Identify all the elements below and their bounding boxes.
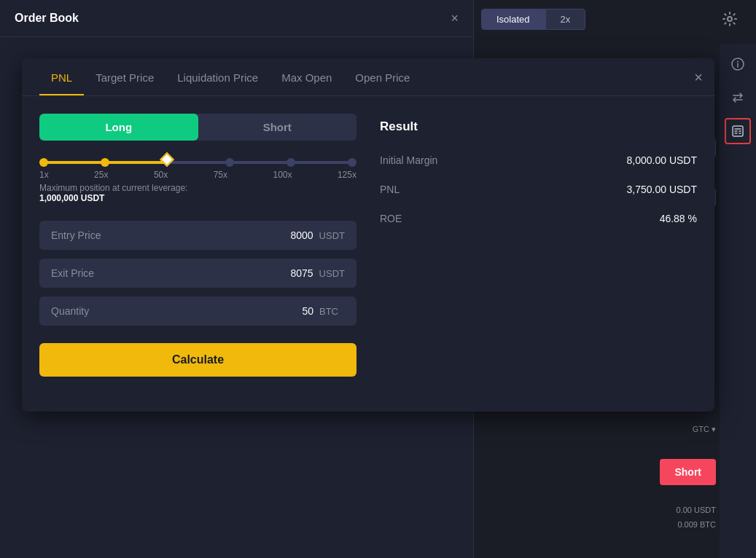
long-button[interactable]: Long [39,114,198,141]
calculator-modal: PNL Target Price Liquidation Price Max O… [22,58,714,412]
slider-dots [39,158,356,167]
entry-price-label: Entry Price [51,229,101,241]
slider-dot-75x [225,158,234,167]
quantity-value-area: BTC [262,305,345,317]
long-short-toggle: Long Short [39,114,356,141]
leverage-slider-container: 1x 25x 50x 75x 100x 125x Maximum positio… [39,161,356,203]
pnl-value: 3,750.00 USDT [627,184,698,195]
entry-price-input[interactable] [262,229,313,241]
entry-price-input-group: Entry Price USDT [39,221,356,250]
slider-dot-125x [348,158,356,167]
short-toggle-button[interactable]: Short [198,114,357,141]
label-100x: 100x [273,170,292,180]
isolated-button[interactable]: Isolated [481,9,545,30]
quantity-input-group: Quantity BTC [39,296,356,326]
max-position-value: 1,000,000 USDT [39,193,356,203]
calculator-right: Result Initial Margin 8,000.00 USDT PNL … [380,114,697,377]
svg-rect-4 [733,126,743,136]
svg-point-3 [737,61,739,63]
slider-dot-1x [39,158,48,167]
roe-value: 46.88 % [660,213,697,224]
entry-price-unit: USDT [319,230,345,241]
calculator-body: Long Short [22,96,714,394]
slider-track[interactable] [39,161,356,164]
quantity-unit: BTC [319,306,345,317]
mode-buttons-group: Isolated 2x [481,9,585,30]
calculator-icon[interactable] [725,118,751,144]
entry-price-value-area: USDT [262,229,345,241]
short-button[interactable]: Short [660,459,716,485]
exit-price-input[interactable] [262,267,313,279]
leverage-button[interactable]: 2x [545,9,586,30]
exit-price-unit: USDT [319,268,345,279]
quantity-label: Quantity [51,305,89,317]
svg-point-0 [728,17,732,21]
tab-max-open[interactable]: Max Open [270,58,343,95]
btc-value: 0.009 BTC [677,520,716,529]
label-75x: 75x [214,170,227,180]
info-icon[interactable] [725,51,751,77]
swap-icon[interactable] [725,85,751,111]
result-title: Result [380,119,697,134]
tab-open-price[interactable]: Open Price [343,58,421,95]
exit-price-value-area: USDT [262,267,345,279]
calculate-button[interactable]: Calculate [39,343,356,377]
slider-dot-25x [101,158,109,167]
calculator-tabs: PNL Target Price Liquidation Price Max O… [22,58,714,96]
slider-labels: 1x 25x 50x 75x 100x 125x [39,170,356,180]
max-position-text: Maximum position at current leverage: [39,183,356,193]
gtc-row: GTC ▾ [693,425,716,434]
result-pnl-row: PNL 3,750.00 USDT [380,184,697,195]
label-1x: 1x [39,170,49,180]
slider-diamond-50x [162,158,172,167]
pnl-label: PNL [380,184,400,195]
right-sidebar [720,44,756,558]
roe-label: ROE [380,213,402,224]
tab-pnl[interactable]: PNL [39,58,84,95]
exit-price-input-group: Exit Price USDT [39,259,356,288]
quantity-input[interactable] [262,305,313,317]
result-roe-row: ROE 46.88 % [380,213,697,224]
usdt-value: 0.00 USDT [677,506,716,514]
label-50x: 50x [154,170,168,180]
initial-margin-value: 8,000.00 USDT [627,154,698,166]
initial-margin-label: Initial Margin [380,154,437,166]
label-125x: 125x [338,170,356,180]
order-book-close-button[interactable]: × [451,12,459,25]
tab-target-price[interactable]: Target Price [84,58,165,95]
tab-liquidation-price[interactable]: Liquidation Price [165,58,270,95]
calculator-close-button[interactable]: × [694,68,703,85]
result-initial-margin-row: Initial Margin 8,000.00 USDT [380,154,697,166]
exit-price-label: Exit Price [51,267,94,279]
order-book-title: Order Book [15,12,79,25]
calculator-left: Long Short [39,114,356,377]
slider-dot-100x [287,158,295,167]
label-25x: 25x [94,170,108,180]
order-book-header: Order Book × [0,0,473,37]
settings-icon[interactable] [722,11,738,31]
